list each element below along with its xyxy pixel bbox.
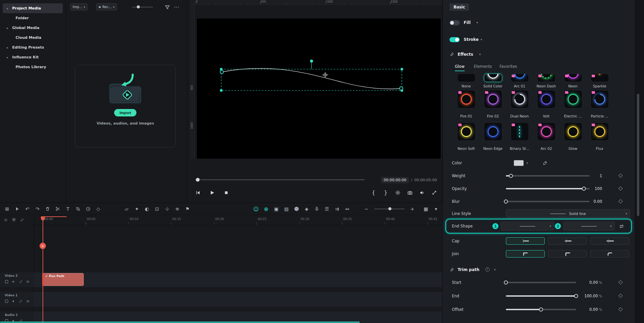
sidebar-item-cloud-media[interactable]: Cloud Media [3,33,63,43]
effect-arc-01[interactable]: Arc 01 [506,74,533,88]
effect-arc-02[interactable]: Arc 02 [533,123,560,151]
previous-frame-button[interactable] [194,189,202,196]
sticker-tool-icon[interactable]: ☺ [252,205,260,213]
playhead-split-button[interactable] [40,243,46,249]
clip-pen-path[interactable]: Pen Path [43,273,84,286]
zoom-in-icon[interactable]: + [408,205,417,213]
mute-track-icon[interactable] [12,299,16,303]
avatar-icon[interactable]: ☻ [292,205,301,213]
effect-fire-01[interactable]: Fire 01 [453,90,480,118]
lock-link-icon[interactable] [19,299,23,303]
swap-end-shapes-icon[interactable] [619,224,624,229]
sidebar-item-folder[interactable]: Folder [3,13,63,23]
scrollbar-thumb[interactable] [637,94,639,216]
sidebar-item-project-media[interactable]: ▸ Project Media [3,3,63,13]
templates-icon[interactable]: ▤ [282,205,291,213]
shield-mask-icon[interactable]: ◈ [302,205,311,213]
snapshot-camera-icon[interactable] [406,189,414,196]
mask-tool-icon[interactable]: ◐ [143,205,151,213]
sidebar-item-influence-kit[interactable]: ▸ Influence Kit [3,52,63,62]
stroke-toggle[interactable] [449,37,460,42]
timeline-settings-icon[interactable] [3,217,9,223]
weight-slider-knob[interactable] [509,174,513,178]
help-icon[interactable]: ? [485,267,490,272]
tab-favorites[interactable]: Favorites [499,64,517,71]
offset-slider[interactable] [506,309,576,310]
start-slider[interactable] [506,282,576,283]
chevron-down-icon[interactable]: ▾ [479,50,481,59]
mark-out-icon[interactable]: } [382,189,389,196]
eyedropper-icon[interactable] [543,161,547,165]
playhead-line[interactable] [43,216,43,323]
blur-value[interactable]: 0.00 [568,197,602,206]
start-slider-knob[interactable] [504,280,508,285]
keyframe-icon[interactable]: ◇ [94,205,103,213]
preview-settings-icon[interactable] [394,189,402,196]
zoom-out-icon[interactable]: − [362,205,371,213]
tab-elements[interactable]: Elements [474,64,492,71]
opacity-keyframe-icon[interactable] [618,186,623,191]
mute-track-icon[interactable] [12,280,16,284]
timeline-ruler[interactable]: 00:00 00:05 00:10 00:15 00:20 00:25 00:3… [34,216,442,225]
end-shape-end-dropdown[interactable]: ▾ [563,222,615,231]
stroke-color-swatch[interactable] [514,160,524,166]
chevron-down-icon[interactable]: ▾ [432,205,440,213]
join-round-button[interactable] [548,250,587,258]
end-keyframe-icon[interactable] [618,294,623,298]
join-bevel-button[interactable] [590,250,629,258]
text-tool-icon[interactable]: T [63,205,72,213]
sidebar-item-global-media[interactable]: ▸ Global Media [3,23,63,33]
delete-icon[interactable] [43,205,52,213]
track-lane-video2[interactable] [34,272,442,287]
effect-dual-neon[interactable]: Dual Neon [506,90,533,118]
preview-canvas[interactable] [197,19,441,159]
chevron-down-icon[interactable]: ▾ [476,18,478,27]
sidebar-item-editing-presets[interactable]: ▸ Editing Presets [3,43,63,52]
fill-toggle[interactable] [449,20,460,25]
import-dropzone[interactable]: Import Videos, audios, and images [75,65,176,147]
timeline-zoom-slider[interactable] [374,209,405,209]
hide-track-eye-icon[interactable] [26,280,30,284]
track-thumbnail-icon[interactable] [5,280,9,284]
render-preview-icon[interactable]: ≋ [173,205,182,213]
current-time[interactable]: 00:00:00:00 [381,177,409,183]
effect-glow[interactable]: Glow [560,123,586,151]
effect-neon-soft[interactable]: Neon Soft [453,123,480,151]
more-options-icon[interactable]: ⋯ [173,3,181,11]
timeline-horizontal-scrollbar[interactable] [0,322,360,323]
snap-magnet-icon[interactable] [11,217,17,223]
transition-tool-icon[interactable]: ▱ [122,205,131,213]
zoom-knob[interactable] [388,207,391,210]
line-style-dropdown[interactable]: Solid line ▾ [506,209,630,218]
cap-square-button[interactable] [590,237,629,245]
volume-icon[interactable] [418,189,426,196]
seekbar-knob[interactable] [196,178,200,182]
end-shape-start-dropdown[interactable]: ▾ [501,222,554,231]
split-scissors-icon[interactable] [53,205,62,213]
filter-icon[interactable] [163,3,171,11]
effect-electric[interactable]: Electric ... [560,90,586,118]
chroma-key-icon[interactable]: ⊡ [153,205,161,213]
effect-volt[interactable]: Volt [533,90,560,118]
auto-ripple-icon[interactable]: ⇉ [333,205,341,213]
motion-track-icon[interactable]: ⊕ [262,205,271,213]
effect-flux[interactable]: Flux [586,123,613,151]
thumbnail-zoom-slider[interactable] [132,7,153,7]
cap-butt-button[interactable] [506,237,545,245]
effect-particle[interactable]: Particle ... [586,90,613,118]
effect-sparkle[interactable]: ✦ Sparkle [586,74,613,88]
preview-seekbar[interactable] [195,179,365,180]
end-slider[interactable] [506,295,576,297]
hide-track-eye-icon[interactable] [26,299,30,303]
play-button[interactable] [208,189,216,196]
voiceover-mic-icon[interactable] [312,205,321,213]
chevron-down-icon[interactable]: ▾ [526,159,528,167]
marker-icon[interactable]: ⚑ [183,205,192,213]
audio-mixer-icon[interactable]: ☰ [323,205,331,213]
weight-keyframe-icon[interactable] [618,173,623,178]
fit-timeline-icon[interactable]: ↔ [343,205,352,213]
effects-tool-icon[interactable]: ✦ [132,205,141,213]
offset-keyframe-icon[interactable] [618,307,623,312]
effect-fire-02[interactable]: Fire 02 [480,90,506,118]
end-value[interactable]: 100.00% [568,292,602,301]
